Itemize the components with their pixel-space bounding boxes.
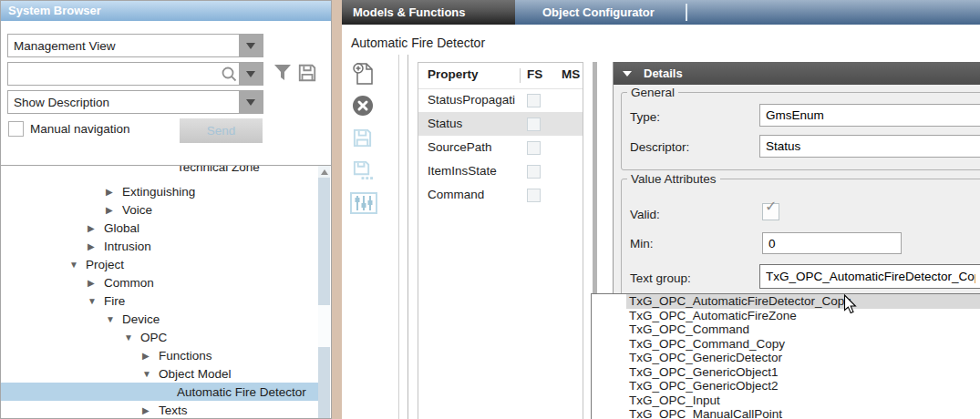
scroll-up-icon[interactable] [318,166,330,178]
tree-item-global[interactable]: ▶Global [1,219,318,237]
tree-item-label: Texts [159,404,188,417]
display-mode-dropdown-button[interactable] [239,91,263,113]
fs-checkbox[interactable] [527,94,541,107]
tree-item-texts[interactable]: ▶Texts [1,401,318,418]
send-button[interactable]: Send [180,118,263,143]
chevron-collapsed-icon[interactable]: ▶ [88,278,104,288]
tree-item-label: Functions [159,349,212,363]
search-dropdown-button[interactable] [239,63,263,85]
filter-icon[interactable] [273,64,292,81]
tree-item-label: Technical Zone [177,165,260,174]
search-icon [221,66,237,82]
dropdown-item-txg-opc-genericdetector[interactable]: TxG_OPC_GenericDetector [626,351,980,365]
fs-checkbox[interactable] [527,189,541,202]
tab-models-functions[interactable]: Models & Functions [342,0,515,25]
view-selector-dropdown-button[interactable] [239,35,263,56]
chevron-expanded-icon[interactable]: ▼ [124,332,140,342]
dropdown-item-txg-opc-genericobject2[interactable]: TxG_OPC_GenericObject2 [626,379,980,393]
save-filter-icon[interactable] [297,63,317,83]
chevron-collapsed-icon[interactable]: ▶ [106,187,122,197]
tree-item-device[interactable]: ▼Device [1,310,318,328]
tree-item-functions[interactable]: ▶Functions [1,346,318,364]
display-mode-value: Show Description [8,96,239,109]
models-functions-panel: Models & Functions Object Configurator A… [342,0,980,419]
tree-item-common[interactable]: ▶Common [1,273,318,291]
collapse-triangle-icon[interactable] [623,71,632,77]
chevron-expanded-icon[interactable]: ▼ [106,314,122,324]
tab-object-configurator[interactable]: Object Configurator [542,0,655,25]
view-selector[interactable]: Management View [7,34,263,57]
tree-item-label: Object Model [159,367,232,381]
fs-checkbox[interactable] [527,118,541,131]
column-header-fs: FS [527,67,542,81]
tree-item-automatic-fire-detector[interactable]: Automatic Fire Detector [1,383,318,401]
general-legend: General [627,86,678,99]
tree-scrollbar-thumb[interactable] [318,305,330,347]
tree-item-intrusion[interactable]: ▶Intrusion [1,237,318,255]
chevron-collapsed-icon[interactable]: ▶ [106,205,122,215]
fs-checkbox[interactable] [527,141,541,155]
view-selector-value: Management View [8,39,239,53]
save-icon[interactable] [352,128,373,148]
type-field[interactable] [759,104,980,127]
column-divider [520,68,521,83]
chevron-collapsed-icon[interactable]: ▶ [88,223,104,233]
dropdown-item-txg-opc-input[interactable]: TxG_OPC_Input [626,393,980,408]
valid-checkbox[interactable]: ✓ [762,203,779,220]
dropdown-item-txg-opc-automaticfiredetector-copy[interactable]: TxG_OPC_AutomaticFireDetector_Copy [626,294,980,309]
property-row-iteminsstate[interactable]: ItemInsState [418,159,583,183]
tree-item-fire[interactable]: ▼Fire [1,291,318,310]
sliders-settings-icon[interactable] [350,192,377,214]
dropdown-item-txg-opc-manualcallpoint[interactable]: TxG_OPC_ManualCallPoint [626,407,980,419]
chevron-collapsed-icon[interactable]: ▶ [142,351,159,361]
vertical-separator [398,55,399,419]
fs-checkbox[interactable] [527,165,541,179]
valid-label: Valid: [630,208,660,221]
tree-item-label: Automatic Fire Detector [177,385,306,399]
dropdown-item-txg-opc-command[interactable]: TxG_OPC_Command [626,322,980,337]
tree-scrollbar[interactable] [318,166,330,418]
tab-divider [686,4,687,21]
delete-icon[interactable] [352,95,374,117]
property-row-sourcepath[interactable]: SourcePath [418,136,583,159]
min-label: Min: [630,237,654,250]
chevron-collapsed-icon[interactable]: ▶ [88,241,104,251]
search-input[interactable] [8,63,221,85]
tree-item-voice[interactable]: ▶Voice [1,200,318,219]
tree-item-technical-zone[interactable]: Technical Zone [1,165,318,176]
details-header[interactable]: Details [614,62,980,85]
descriptor-label: Descriptor: [630,140,689,154]
property-row-statuspropagati[interactable]: StatusPropagati [418,88,583,112]
property-row-command[interactable]: Command [418,183,583,207]
property-grid-header: Property FS MS [418,63,583,89]
save-as-icon[interactable] [352,159,373,180]
dropdown-item-txg-opc-genericobject1[interactable]: TxG_OPC_GenericObject1 [626,365,980,380]
manual-navigation-checkbox[interactable] [8,121,24,137]
text-group-label: Text group: [630,271,691,285]
dropdown-item-txg-opc-automaticfirezone[interactable]: TxG_OPC_AutomaticFireZone [626,309,980,323]
tree-item-object-model[interactable]: ▼Object Model [1,364,318,383]
min-field[interactable] [762,232,902,254]
descriptor-field[interactable] [759,135,980,158]
mouse-cursor [843,294,858,316]
vertical-separator [407,55,408,419]
display-mode-selector[interactable]: Show Description [7,90,263,114]
chevron-expanded-icon[interactable]: ▼ [88,296,104,306]
property-name: Command [428,183,484,207]
dropdown-item-txg-opc-command-copy[interactable]: TxG_OPC_Command_Copy [626,337,980,352]
tree-item-label: Common [104,276,154,290]
add-model-icon[interactable] [352,62,376,86]
text-group-combobox[interactable] [759,264,980,289]
chevron-expanded-icon[interactable]: ▼ [69,260,86,270]
page-title: Automatic Fire Detector [351,36,485,50]
property-name: Status [428,112,462,136]
value-attributes-legend: Value Attributes [627,172,720,186]
chevron-expanded-icon[interactable]: ▼ [142,369,159,379]
tree-item-label: Fire [104,294,125,308]
chevron-collapsed-icon[interactable]: ▶ [142,405,159,415]
tree-item-opc[interactable]: ▼OPC [1,328,318,346]
property-row-status[interactable]: Status [418,112,583,136]
tree-item-project[interactable]: ▼Project [1,255,318,273]
property-name: ItemInsState [428,159,497,183]
tree-item-extinguishing[interactable]: ▶Extinguishing [1,182,318,200]
